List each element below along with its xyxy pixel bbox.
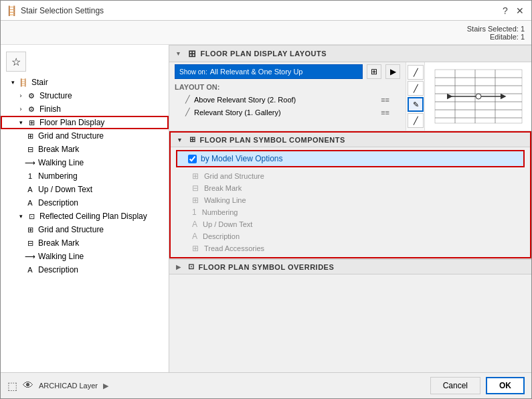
symbol-walking-icon: ⊞ <box>192 195 199 205</box>
show-on-label: Show on: <box>179 68 207 76</box>
layouts-main: Show on: All Relevant & One Story Up ⊞ ▶… <box>169 62 406 131</box>
chevron-floor-plan: ▾ <box>17 118 25 127</box>
symbol-numbering-icon: 1 <box>192 208 197 217</box>
main-content: ☆ ▾ 🪜 Stair › ⚙ Structure › ⚙ Finish ▾ ⊞… <box>1 45 531 372</box>
description-icon2: A <box>25 264 35 275</box>
description-icon: A <box>25 197 35 208</box>
tree-item-walking-line2[interactable]: ⟶ Walking Line <box>1 250 169 263</box>
tree-label-numbering: Numbering <box>38 171 78 181</box>
symbol-item-grid: ⊞ Grid and Structure <box>171 170 530 182</box>
tree-item-finish[interactable]: › ⚙ Finish <box>1 102 169 116</box>
walking-icon: ⟶ <box>25 157 35 168</box>
layer-label-text: ARCHICAD Layer <box>39 382 98 390</box>
layout-label-relevant: Relevant Story (1. Gallery) <box>194 108 281 116</box>
tree-item-up-down-text[interactable]: A Up / Down Text <box>1 183 169 196</box>
tree-item-structure[interactable]: › ⚙ Structure <box>1 89 169 102</box>
symbol-item-label-walking: Walking Line <box>204 196 246 204</box>
window-icon: 🪜 <box>6 5 17 16</box>
symbol-overrides-header: ▶ ⊡ FLOOR PLAN SYMBOL OVERRIDES <box>169 259 531 274</box>
tree-item-grid-structure[interactable]: ⊞ Grid and Structure <box>1 129 169 143</box>
show-on-row: Show on: All Relevant & One Story Up ⊞ ▶ <box>169 62 406 81</box>
symbol-item-label-grid: Grid and Structure <box>204 172 264 180</box>
tree-item-description[interactable]: A Description <box>1 196 169 210</box>
finish-icon: ⚙ <box>26 104 37 114</box>
preview-area <box>424 62 531 131</box>
ok-button[interactable]: OK <box>486 377 525 394</box>
symbol-tread-icon: ⊞ <box>192 244 199 253</box>
symbol-item-updown: A Up / Down Text <box>171 218 530 230</box>
cancel-button[interactable]: Cancel <box>430 377 480 394</box>
side-icon-1[interactable]: ╱ <box>408 65 424 80</box>
layouts-chevron-icon: ▾ <box>175 50 183 58</box>
symbol-item-label-description: Description <box>203 232 240 240</box>
model-view-checkbox[interactable] <box>188 155 197 163</box>
tree-label-up-down-text: Up / Down Text <box>38 185 92 194</box>
tree-item-floor-plan-display[interactable]: ▾ ⊞ Floor Plan Display <box>1 116 169 129</box>
tree-label-break-mark2: Break Mark <box>38 238 79 248</box>
side-icon-2[interactable]: ╱ <box>408 81 424 96</box>
tree-label-reflected-ceiling: Reflected Ceiling Plan Display <box>39 212 147 221</box>
symbol-components-section: ▾ ⊞ FLOOR PLAN SYMBOL COMPONENTS by Mode… <box>169 131 531 258</box>
tree-label-break-mark: Break Mark <box>38 145 79 154</box>
layouts-top-section: Show on: All Relevant & One Story Up ⊞ ▶… <box>169 62 531 131</box>
symbol-overrides-section: ▶ ⊡ FLOOR PLAN SYMBOL OVERRIDES <box>169 258 531 274</box>
tree-label-description: Description <box>38 198 78 208</box>
tree-label-walking-line2: Walking Line <box>38 252 84 261</box>
tree-item-walking-line[interactable]: ⟶ Walking Line <box>1 156 169 169</box>
stair-preview-svg <box>432 63 525 130</box>
chevron-structure: › <box>17 92 25 100</box>
break-icon2: ⊟ <box>25 238 35 248</box>
chevron-reflected: ▾ <box>17 212 25 220</box>
layout-label-above: Above Relevant Story (2. Roof) <box>194 96 296 104</box>
side-icons-panel: ╱ ╱ ✎ ╱ <box>406 62 424 131</box>
model-view-options-row[interactable]: by Model View Options <box>176 150 525 167</box>
symbol-item-walking: ⊞ Walking Line <box>171 194 530 206</box>
layout-item-above: ╱ Above Relevant Story (2. Roof) ≡≡ <box>169 93 406 106</box>
layer-eye-icon: 👁 <box>23 380 33 392</box>
title-controls: ? ✕ <box>499 5 526 17</box>
title-bar: 🪜 Stair Selection Settings ? ✕ <box>1 1 531 21</box>
layout-icon-relevant: ╱ <box>185 108 190 116</box>
layout-pattern-relevant: ≡≡ <box>381 108 389 116</box>
tree-item-grid-structure2[interactable]: ⊞ Grid and Structure <box>1 223 169 236</box>
show-on-arrow-btn[interactable]: ▶ <box>385 64 400 79</box>
walking-icon2: ⟶ <box>25 251 35 262</box>
svg-point-12 <box>476 94 481 99</box>
stairs-selected-text: Stairs Selected: 1 <box>7 25 525 33</box>
tree-item-description2[interactable]: A Description <box>1 263 169 276</box>
tree-label-grid-structure: Grid and Structure <box>38 131 104 141</box>
chevron-finish: › <box>17 105 25 113</box>
floor-plan-icon: ⊞ <box>26 117 37 128</box>
right-spacer <box>169 274 531 372</box>
layouts-header-text: FLOOR PLAN DISPLAY LAYOUTS <box>201 50 327 58</box>
show-on-dropdown[interactable]: Show on: All Relevant & One Story Up <box>175 64 363 79</box>
tree-item-numbering[interactable]: 1 Numbering <box>1 169 169 183</box>
layout-pattern-above: ≡≡ <box>381 96 389 104</box>
symbol-items-list: ⊞ Grid and Structure ⊟ Break Mark ⊞ Walk… <box>171 170 530 257</box>
stair-icon: 🪜 <box>18 77 29 88</box>
side-icon-4[interactable]: ╱ <box>408 113 424 128</box>
side-icon-3[interactable]: ✎ <box>408 97 424 112</box>
show-on-list-btn[interactable]: ⊞ <box>367 64 381 79</box>
tree-label-grid-structure2: Grid and Structure <box>38 225 104 234</box>
model-view-label: by Model View Options <box>201 154 283 163</box>
bottom-bar: ⬚ 👁 ARCHICAD Layer ▶ Cancel OK <box>1 372 531 398</box>
tree-item-reflected-ceiling[interactable]: ▾ ⊡ Reflected Ceiling Plan Display <box>1 210 169 223</box>
numbering-icon: 1 <box>25 171 35 181</box>
help-button[interactable]: ? <box>499 5 511 17</box>
close-button[interactable]: ✕ <box>514 5 526 17</box>
tree-item-break-mark2[interactable]: ⊟ Break Mark <box>1 236 169 250</box>
show-on-value: All Relevant & One Story Up <box>210 68 303 76</box>
updown-icon: A <box>25 184 35 195</box>
symbol-description-icon: A <box>192 232 197 241</box>
symbol-break-icon: ⊟ <box>192 183 199 193</box>
star-button[interactable]: ☆ <box>6 52 26 72</box>
symbol-item-tread: ⊞ Tread Accessories <box>171 242 530 254</box>
editable-text: Editable: 1 <box>7 33 525 41</box>
tree-item-break-mark[interactable]: ⊟ Break Mark <box>1 143 169 156</box>
layouts-grid-icon: ⊞ <box>188 48 197 59</box>
symbol-item-label-tread: Tread Accessories <box>204 244 264 252</box>
overrides-header-text: FLOOR PLAN SYMBOL OVERRIDES <box>199 263 335 271</box>
tree-item-stair[interactable]: ▾ 🪜 Stair <box>1 76 169 89</box>
grid-icon2: ⊞ <box>25 224 35 235</box>
